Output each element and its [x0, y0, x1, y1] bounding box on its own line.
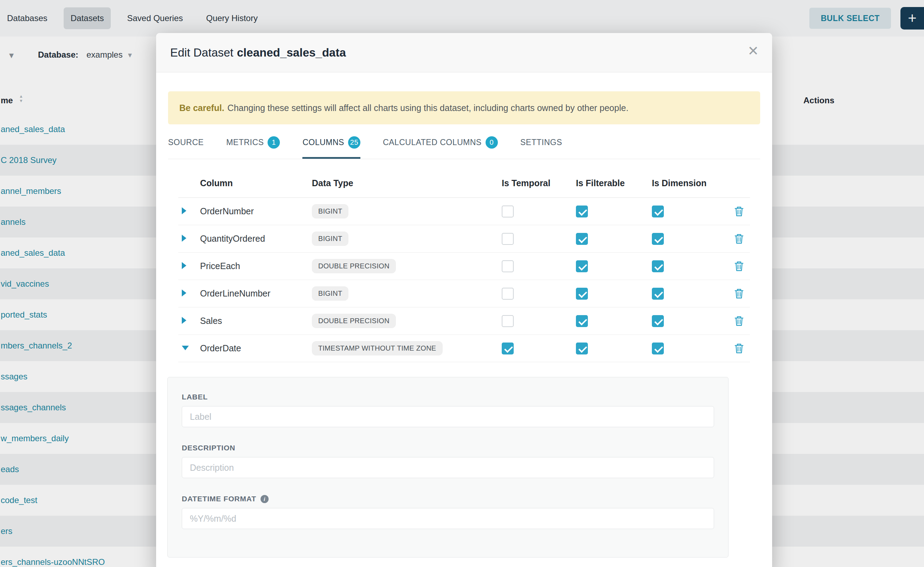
column-header: Column: [200, 178, 312, 188]
tab-label: SETTINGS: [521, 138, 562, 147]
datasets-page: Databases Datasets Saved Queries Query H…: [0, 0, 924, 567]
column-detail-panel: LABEL DESCRIPTION DATETIME FORMAT i: [167, 377, 728, 558]
is-temporal-checkbox[interactable]: [502, 260, 514, 272]
tab-columns[interactable]: COLUMNS 25: [302, 136, 360, 159]
data-type-pill: BIGINT: [312, 231, 348, 246]
is-temporal-checkbox[interactable]: [502, 342, 514, 354]
expand-caret-icon[interactable]: [182, 346, 189, 350]
description-field-label: DESCRIPTION: [182, 444, 714, 452]
data-type-pill: TIMESTAMP WITHOUT TIME ZONE: [312, 341, 442, 356]
is-dimension-checkbox[interactable]: [652, 206, 664, 218]
expand-caret-icon[interactable]: [182, 290, 187, 297]
label-field-group: LABEL: [182, 393, 714, 427]
data-type-header: Data Type: [312, 178, 502, 188]
columns-table: Column Data Type Is Temporal Is Filterab…: [178, 169, 750, 362]
datetime-format-field-group: DATETIME FORMAT i: [182, 495, 714, 529]
is-filterable-checkbox[interactable]: [576, 206, 588, 218]
datetime-format-label-text: DATETIME FORMAT: [182, 495, 256, 503]
is-dimension-checkbox[interactable]: [652, 260, 664, 272]
modal-title-prefix: Edit Dataset: [170, 46, 233, 59]
tab-metrics[interactable]: METRICS 1: [226, 136, 280, 159]
is-filterable-checkbox[interactable]: [576, 342, 588, 354]
is-filterable-checkbox[interactable]: [576, 233, 588, 245]
column-name: OrderLineNumber: [200, 288, 312, 298]
expand-caret-icon[interactable]: [182, 207, 187, 214]
calculated-columns-count-badge: 0: [486, 136, 498, 148]
edit-dataset-modal: Edit Datasetcleaned_sales_data ✕ Be care…: [156, 33, 772, 567]
is-filterable-checkbox[interactable]: [576, 315, 588, 327]
delete-column-icon[interactable]: [734, 288, 744, 299]
columns-table-header: Column Data Type Is Temporal Is Filterab…: [178, 169, 750, 198]
is-temporal-checkbox[interactable]: [502, 315, 514, 327]
modal-title: Edit Datasetcleaned_sales_data: [170, 46, 346, 59]
modal-tabs: SOURCE METRICS 1 COLUMNS 25 CALCULATED C…: [168, 136, 760, 159]
delete-column-icon[interactable]: [734, 315, 744, 327]
is-temporal-header: Is Temporal: [502, 178, 576, 188]
info-icon[interactable]: i: [260, 495, 269, 503]
description-field-group: DESCRIPTION: [182, 444, 714, 478]
tab-label: COLUMNS: [302, 138, 344, 147]
column-row: OrderLineNumber BIGINT: [178, 280, 750, 308]
expand-caret-icon[interactable]: [182, 262, 187, 269]
expand-caret-icon[interactable]: [182, 317, 187, 324]
is-dimension-checkbox[interactable]: [652, 288, 664, 300]
column-row: OrderDate TIMESTAMP WITHOUT TIME ZONE: [178, 335, 750, 362]
tab-label: CALCULATED COLUMNS: [383, 138, 482, 147]
is-filterable-header: Is Filterable: [576, 178, 652, 188]
delete-column-icon[interactable]: [734, 261, 744, 272]
datetime-format-field-label: DATETIME FORMAT i: [182, 495, 714, 503]
tab-label: METRICS: [226, 138, 264, 147]
warning-banner: Be careful. Changing these settings will…: [168, 92, 760, 124]
column-name: OrderDate: [200, 343, 312, 353]
warning-text: Changing these settings will affect all …: [227, 103, 629, 113]
warning-bold-text: Be careful.: [179, 103, 224, 113]
tab-calculated-columns[interactable]: CALCULATED COLUMNS 0: [383, 136, 498, 159]
is-dimension-header: Is Dimension: [652, 178, 728, 188]
is-temporal-checkbox[interactable]: [502, 288, 514, 300]
expand-caret-icon[interactable]: [182, 235, 187, 242]
is-dimension-checkbox[interactable]: [652, 315, 664, 327]
column-name: Sales: [200, 316, 312, 326]
tab-source[interactable]: SOURCE: [168, 136, 203, 159]
data-type-pill: DOUBLE PRECISION: [312, 259, 396, 273]
is-dimension-checkbox[interactable]: [652, 342, 664, 354]
delete-column-icon[interactable]: [734, 233, 744, 244]
datetime-format-input[interactable]: [182, 508, 714, 529]
column-row: OrderNumber BIGINT: [178, 198, 750, 225]
description-input[interactable]: [182, 457, 714, 478]
columns-count-badge: 25: [348, 136, 360, 148]
column-name: OrderNumber: [200, 206, 312, 216]
label-field-label: LABEL: [182, 393, 714, 401]
column-row: QuantityOrdered BIGINT: [178, 225, 750, 253]
is-filterable-checkbox[interactable]: [576, 288, 588, 300]
tab-label: SOURCE: [168, 138, 203, 147]
label-input[interactable]: [182, 406, 714, 427]
data-type-pill: BIGINT: [312, 204, 348, 219]
tab-settings[interactable]: SETTINGS: [521, 136, 562, 159]
delete-column-icon[interactable]: [734, 206, 744, 217]
data-type-pill: BIGINT: [312, 286, 348, 301]
dataset-name: cleaned_sales_data: [237, 46, 346, 59]
is-filterable-checkbox[interactable]: [576, 260, 588, 272]
column-row: PriceEach DOUBLE PRECISION: [178, 253, 750, 280]
column-row: Sales DOUBLE PRECISION: [178, 308, 750, 335]
data-type-pill: DOUBLE PRECISION: [312, 314, 396, 328]
metrics-count-badge: 1: [268, 136, 280, 148]
is-temporal-checkbox[interactable]: [502, 206, 514, 218]
column-name: QuantityOrdered: [200, 234, 312, 244]
is-dimension-checkbox[interactable]: [652, 233, 664, 245]
delete-column-icon[interactable]: [734, 343, 744, 354]
is-temporal-checkbox[interactable]: [502, 233, 514, 245]
modal-header: Edit Datasetcleaned_sales_data ✕: [156, 33, 772, 72]
column-name: PriceEach: [200, 261, 312, 271]
close-icon[interactable]: ✕: [748, 44, 759, 58]
